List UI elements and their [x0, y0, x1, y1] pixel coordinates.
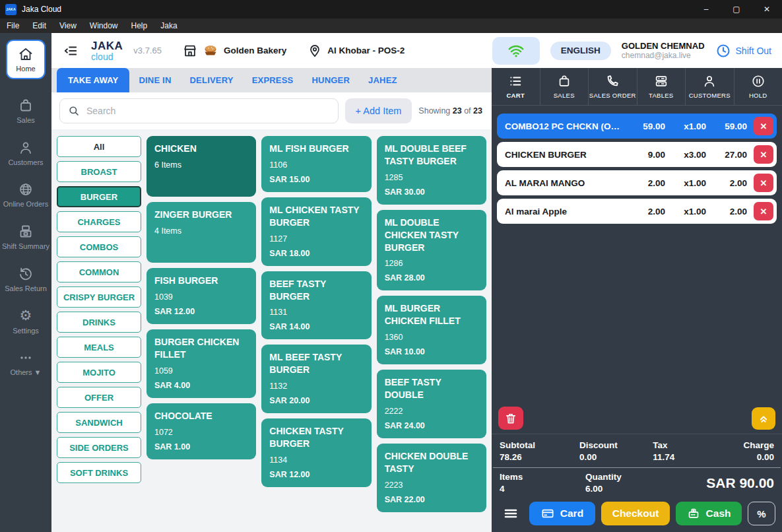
cart-item-price: 2.00 [628, 207, 665, 216]
sidebar-item-shift-summary[interactable]: Shift Summary [0, 224, 51, 251]
category-charges[interactable]: CHARGES [57, 211, 141, 232]
cart-tab-cart[interactable]: CART [492, 68, 540, 105]
product-card-chicken-tasty-burger[interactable]: CHICKEN TASTY BURGER1134SAR 12.00 [261, 418, 371, 487]
sidebar-item-online-orders[interactable]: Online Orders [0, 182, 51, 209]
remove-item-button[interactable]: ✕ [754, 117, 773, 135]
product-column: CHICKEN6 ItemsZINGER BURGER4 ItemsFISH B… [147, 136, 256, 459]
tab-jahez[interactable]: JAHEZ [359, 68, 407, 92]
tab-delivery[interactable]: DELIVERY [181, 68, 243, 92]
product-card-chicken-double-tasty[interactable]: CHICKEN DOUBLE TASTY2223SAR 22.00 [377, 444, 486, 512]
header: JAKA cloud v3.7.65 Golden Bakery [51, 33, 782, 68]
location-pin-icon [308, 44, 322, 58]
cart-tab-hold[interactable]: HOLD [734, 68, 782, 105]
cash-icon [687, 507, 700, 520]
product-card-zinger-burger[interactable]: ZINGER BURGER4 Items [147, 202, 256, 263]
category-soft-drinks[interactable]: SOFT DRINKS [57, 462, 141, 483]
scroll-up-button[interactable] [752, 407, 775, 430]
register-icon [18, 224, 34, 240]
remove-item-button[interactable]: ✕ [754, 145, 773, 164]
category-combos[interactable]: COMBOS [57, 236, 141, 257]
close-icon: ✕ [760, 207, 767, 216]
product-card-beef-tasty-double[interactable]: BEEF TASTY DOUBLE2222SAR 24.00 [377, 370, 486, 438]
sidebar-item-home[interactable]: Home [6, 40, 46, 79]
product-card-chocolate[interactable]: CHOCOLATE1072SAR 1.00 [147, 403, 256, 459]
product-column: ML DOUBLE BEEF TASTY BURGER1285SAR 30.00… [377, 136, 486, 512]
sidebar-item-settings[interactable]: ⚙Settings [0, 308, 51, 336]
category-all[interactable]: All [57, 136, 141, 157]
cart-item[interactable]: CHICKEN BURGER9.00x3.0027.00✕ [497, 142, 777, 167]
product-card-ml-double-beef-tasty-burger[interactable]: ML DOUBLE BEEF TASTY BURGER1285SAR 30.00 [377, 136, 486, 205]
menu-item-file[interactable]: File [7, 21, 19, 30]
shift-out-button[interactable]: Shift Out [715, 43, 771, 59]
tab-dine-in[interactable]: DINE IN [129, 68, 180, 92]
minimize-button[interactable]: – [691, 0, 721, 18]
category-common[interactable]: COMMON [57, 261, 141, 283]
menu-item-help[interactable]: Help [131, 21, 148, 30]
cart-tab-sales-order[interactable]: SALES ORDER [589, 68, 637, 105]
search-box[interactable] [59, 98, 339, 123]
cart-item[interactable]: COMBO12 PC CHCKN (OFFER)59.00x1.0059.00✕ [497, 114, 777, 139]
summary-value: 0.00 [579, 452, 653, 462]
store-selector[interactable]: Golden Bakery [183, 43, 286, 59]
product-column: ML FISH BURGER1106SAR 15.00ML CHICKEN TA… [261, 136, 371, 487]
remove-item-button[interactable]: ✕ [754, 174, 773, 192]
product-card-ml-double-chicken-tasty-burger[interactable]: ML DOUBLE CHICKEN TASTY BURGER1286SAR 28… [377, 210, 486, 291]
wifi-icon [507, 42, 525, 59]
remove-item-button[interactable]: ✕ [754, 202, 773, 220]
product-card-ml-chicken-tasty-burger[interactable]: ML CHICKEN TASTY BURGER1127SAR 18.00 [261, 197, 371, 266]
cash-button[interactable]: Cash [676, 502, 742, 525]
sidebar-item-label: Customers [8, 158, 43, 168]
collapse-sidebar-icon[interactable] [63, 44, 78, 58]
product-card-chicken[interactable]: CHICKEN6 Items [147, 136, 256, 197]
menu-item-view[interactable]: View [59, 21, 77, 30]
menu-item-jaka[interactable]: Jaka [160, 21, 177, 30]
product-card-beef-tasty-burger[interactable]: BEEF TASTY BURGER1131SAR 14.00 [261, 271, 371, 340]
product-card-burger-chicken-fillet[interactable]: BURGER CHICKEN FILLET1059SAR 4.00 [147, 329, 256, 398]
category-crispy-burger[interactable]: CRISPY BURGER [57, 286, 141, 308]
wifi-button[interactable] [492, 37, 540, 65]
product-name: ML DOUBLE BEEF TASTY BURGER [385, 143, 478, 168]
more-options-button[interactable] [498, 502, 523, 525]
cart-item[interactable]: AL MARAI MANGO2.00x1.002.00✕ [497, 170, 777, 195]
category-burger[interactable]: BURGER [57, 186, 141, 207]
product-card-ml-burger-chicken-fillet[interactable]: ML BURGER CHICKEN FILLET1360SAR 10.00 [377, 296, 486, 364]
cart-tab-tables[interactable]: TABLES [637, 68, 686, 105]
category-broast[interactable]: BROAST [57, 161, 141, 182]
product-card-fish-burger[interactable]: FISH BURGER1039SAR 12.00 [147, 268, 256, 324]
cart-item[interactable]: Al marai Apple2.00x1.002.00✕ [497, 199, 777, 224]
product-card-ml-fish-burger[interactable]: ML FISH BURGER1106SAR 15.00 [261, 136, 371, 192]
tab-express[interactable]: EXPRESS [243, 68, 303, 92]
items-value: 4 [500, 484, 585, 494]
product-card-ml-beef-tasty-burger[interactable]: ML BEEF TASTY BURGER1132SAR 20.00 [261, 345, 371, 413]
category-meals[interactable]: MEALS [57, 337, 141, 358]
tab-take-away[interactable]: TAKE AWAY [57, 68, 129, 92]
gear-icon: ⚙ [18, 308, 34, 324]
cart-tab-sales[interactable]: SALES [540, 68, 589, 105]
location-selector[interactable]: Al Khobar - POS-2 [308, 44, 405, 58]
close-button[interactable]: ✕ [752, 0, 782, 18]
category-side-orders[interactable]: SIDE ORDERS [57, 437, 141, 458]
maximize-button[interactable]: ▢ [721, 0, 752, 18]
discount-percent-button[interactable]: % [748, 502, 775, 525]
sidebar-item-sales-return[interactable]: Sales Return [0, 266, 51, 294]
add-item-button[interactable]: + Add Item [345, 98, 412, 123]
category-offer[interactable]: OFFER [57, 387, 141, 408]
category-sandwich[interactable]: SANDWICH [57, 412, 141, 433]
sidebar-item-others[interactable]: Others ▼ [0, 350, 51, 378]
category-drinks[interactable]: DRINKS [57, 312, 141, 333]
sidebar-item-sales[interactable]: Sales [0, 98, 51, 125]
clear-cart-button[interactable] [498, 407, 523, 430]
sidebar-item-customers[interactable]: Customers [0, 140, 51, 168]
card-button[interactable]: Card [529, 502, 595, 525]
product-code: 1132 [269, 382, 363, 391]
search-input[interactable] [86, 106, 330, 116]
menu-item-window[interactable]: Window [90, 21, 118, 30]
language-selector[interactable]: ENGLISH [550, 42, 611, 60]
cart-tab-customers[interactable]: CUSTOMERS [686, 68, 734, 105]
summary-value: 0.00 [717, 452, 774, 462]
cart-item-name: AL MARAI MANGO [505, 178, 624, 188]
menu-item-edit[interactable]: Edit [32, 21, 46, 30]
tab-hunger[interactable]: HUNGER [303, 68, 360, 92]
checkout-button[interactable]: Checkout [601, 502, 670, 525]
category-mojito[interactable]: MOJITO [57, 362, 141, 383]
